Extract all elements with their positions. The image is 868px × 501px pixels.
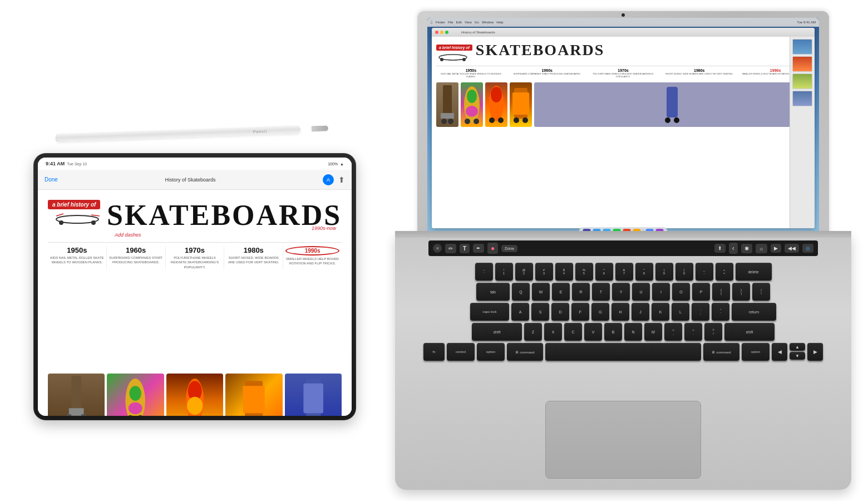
key-delete[interactable]: delete [736, 263, 772, 281]
menu-go[interactable]: Go [475, 21, 479, 24]
key-4[interactable]: $4 [555, 263, 573, 281]
sidebar-thumb-2[interactable] [792, 56, 812, 72]
touch-bar-close[interactable]: ✕ [433, 244, 442, 253]
sidebar-thumb-4[interactable] [792, 91, 812, 106]
apple-menu-icon[interactable]:  [431, 20, 432, 25]
ipad-share-icon[interactable]: ⬆ [338, 175, 345, 184]
touch-bar-text[interactable]: T [460, 244, 470, 253]
key-fn[interactable]: fn [423, 343, 445, 361]
key-0[interactable]: )0 [675, 263, 693, 281]
menu-window[interactable]: Window [482, 21, 494, 24]
touch-bar-nav-left[interactable]: ‹ [729, 243, 738, 254]
key-arrow-left[interactable]: ◀ [772, 343, 787, 361]
touch-bar-settings[interactable]: ✱ [741, 244, 752, 253]
touch-bar-markup[interactable]: ✒ [473, 244, 484, 253]
key-z[interactable]: Z [524, 323, 542, 341]
key-q[interactable]: Q [512, 283, 530, 301]
key-shift-left[interactable]: shift [472, 323, 522, 341]
touch-bar-mute[interactable]: ◀◀ [785, 244, 799, 253]
key-h[interactable]: H [611, 303, 629, 321]
sidebar-thumb-3[interactable] [792, 73, 812, 89]
key-command-left[interactable]: ⌘ command [507, 343, 543, 361]
key-bracket-left[interactable]: {[ [712, 283, 730, 301]
touch-bar-done[interactable]: Done [501, 245, 517, 252]
key-quote[interactable]: "' [712, 303, 729, 321]
key-equals[interactable]: += [716, 263, 733, 281]
key-l[interactable]: L [672, 303, 689, 321]
key-7[interactable]: &7 [615, 263, 633, 281]
key-backslash[interactable]: |\ [752, 283, 770, 301]
macbook-trackpad[interactable] [545, 401, 701, 479]
key-k[interactable]: K [652, 303, 669, 321]
key-tab[interactable]: tab [476, 283, 510, 301]
key-u[interactable]: U [632, 283, 650, 301]
key-e[interactable]: E [552, 283, 570, 301]
menu-view[interactable]: View [465, 21, 472, 24]
touch-bar-pen[interactable]: ✏ [445, 244, 456, 253]
key-o[interactable]: O [672, 283, 690, 301]
key-d[interactable]: D [551, 303, 569, 321]
key-2[interactable]: @2 [515, 263, 533, 281]
key-p[interactable]: P [692, 283, 710, 301]
sidebar-thumb-1[interactable] [792, 39, 812, 55]
touch-bar-color[interactable]: ● [487, 243, 498, 254]
key-period[interactable]: >. [684, 323, 702, 341]
menu-file[interactable]: File [448, 21, 453, 24]
menu-help[interactable]: Help [496, 21, 503, 24]
key-1[interactable]: !1 [495, 263, 513, 281]
window-minimize-button[interactable] [440, 31, 443, 34]
touch-bar-brightness[interactable]: ☼ [756, 244, 767, 253]
macbook-camera [622, 13, 625, 17]
key-3[interactable]: #3 [535, 263, 553, 281]
key-capslock[interactable]: caps lock [470, 303, 509, 321]
key-arrow-right[interactable]: ▶ [807, 343, 823, 361]
key-return[interactable]: return [732, 303, 776, 321]
key-semicolon[interactable]: :; [692, 303, 709, 321]
key-i[interactable]: I [652, 283, 670, 301]
key-option-left[interactable]: option [477, 343, 505, 361]
key-m[interactable]: M [644, 323, 662, 341]
key-space[interactable] [545, 343, 701, 361]
key-option-right[interactable]: option [742, 343, 770, 361]
key-tilde[interactable]: ~` [475, 263, 493, 281]
key-minus[interactable]: _- [696, 263, 713, 281]
key-6[interactable]: ^6 [595, 263, 613, 281]
key-y[interactable]: Y [612, 283, 630, 301]
key-a[interactable]: A [511, 303, 529, 321]
macbook-screen[interactable]:  Finder File Edit View Go Window Help T… [427, 18, 819, 239]
key-j[interactable]: J [632, 303, 649, 321]
ipad-account-icon[interactable]: A [323, 174, 334, 185]
key-arrow-up[interactable]: ▲ [790, 343, 805, 351]
key-8[interactable]: *8 [635, 263, 653, 281]
menu-finder[interactable]: Finder [436, 21, 445, 24]
touch-bar-volume[interactable]: ▶ [771, 244, 781, 253]
key-x[interactable]: X [544, 323, 562, 341]
key-c[interactable]: C [564, 323, 582, 341]
key-5[interactable]: %5 [575, 263, 593, 281]
key-bracket-right[interactable]: }] [732, 283, 750, 301]
window-close-button[interactable] [435, 31, 438, 34]
key-slash[interactable]: ?/ [704, 323, 722, 341]
menu-edit[interactable]: Edit [456, 21, 462, 24]
key-s[interactable]: S [531, 303, 549, 321]
key-w[interactable]: W [532, 283, 550, 301]
finder-window[interactable]: History of Skateboards a brief history o… [432, 28, 815, 228]
key-9[interactable]: (9 [655, 263, 673, 281]
key-arrow-down[interactable]: ▼ [790, 352, 805, 360]
key-n[interactable]: N [624, 323, 642, 341]
key-shift-right[interactable]: shift [724, 323, 775, 341]
key-b[interactable]: B [604, 323, 622, 341]
touch-bar-siri[interactable]: ◎ [802, 244, 813, 253]
window-maximize-button[interactable] [445, 31, 448, 34]
key-command-right[interactable]: ⌘ command [703, 343, 739, 361]
key-v[interactable]: V [584, 323, 602, 341]
ipad-done-button[interactable]: Done [45, 176, 58, 183]
key-g[interactable]: G [591, 303, 609, 321]
touch-bar-share[interactable]: ⬆ [714, 244, 726, 253]
key-comma[interactable]: <, [664, 323, 682, 341]
key-f[interactable]: F [571, 303, 589, 321]
key-t[interactable]: T [592, 283, 610, 301]
ipad-screen[interactable]: 9:41 AM Tue Sep 10 100% ▲ Done History o… [38, 158, 352, 416]
key-control[interactable]: control [447, 343, 475, 361]
key-r[interactable]: R [572, 283, 590, 301]
